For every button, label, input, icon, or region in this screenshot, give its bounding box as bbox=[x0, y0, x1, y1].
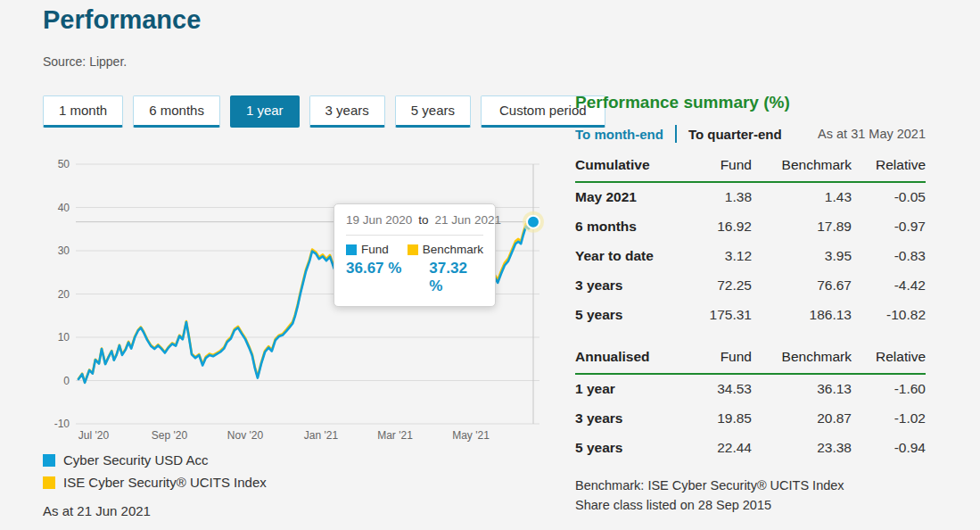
table-row: May 2021 1.38 1.43 -0.05 bbox=[575, 182, 926, 212]
cumulative-table: Cumulative Fund Benchmark Relative May 2… bbox=[575, 152, 926, 330]
fund-value: 16.92 bbox=[696, 212, 752, 242]
tooltip-values: 36.67 % 37.32 % bbox=[346, 260, 483, 295]
relative-value: -0.97 bbox=[852, 212, 926, 242]
period-tab-6-months[interactable]: 6 months bbox=[133, 95, 220, 128]
benchmark-value: 36.13 bbox=[752, 374, 852, 404]
fund-value: 175.31 bbox=[696, 301, 752, 330]
summary-as-at: As at 31 May 2021 bbox=[818, 127, 926, 141]
fund-legend-label: Cyber Security USD Acc bbox=[63, 452, 209, 468]
relative-value: -0.83 bbox=[852, 242, 926, 271]
to-quarter-end-tab[interactable]: To quarter-end bbox=[688, 127, 782, 142]
benchmark-legend-label: ISE Cyber Security® UCITS Index bbox=[63, 475, 267, 490]
legend-item-fund: Cyber Security USD Acc bbox=[43, 452, 267, 468]
chart-legend: Cyber Security USD Acc ISE Cyber Securit… bbox=[43, 452, 267, 497]
benchmark-value: 23.38 bbox=[752, 434, 852, 463]
column-relative: Relative bbox=[852, 152, 926, 182]
relative-value: -10.82 bbox=[852, 301, 926, 330]
fund-value: 19.85 bbox=[696, 404, 752, 434]
benchmark-legend-swatch-icon bbox=[43, 476, 55, 489]
source-note: Source: Lipper. bbox=[43, 54, 127, 69]
fund-value: 1.38 bbox=[696, 182, 752, 212]
relative-value: -1.02 bbox=[852, 404, 926, 434]
svg-text:-10: -10 bbox=[54, 418, 70, 430]
to-month-end-tab[interactable]: To month-end bbox=[575, 127, 663, 142]
annualised-header-row: Annualised Fund Benchmark Relative bbox=[575, 344, 926, 374]
svg-text:Jan '21: Jan '21 bbox=[304, 429, 339, 442]
svg-text:Nov '20: Nov '20 bbox=[227, 429, 264, 442]
annualised-table: Annualised Fund Benchmark Relative 1 yea… bbox=[575, 344, 926, 463]
tooltip-fund-label: Fund bbox=[361, 243, 389, 256]
table-row: Year to date 3.12 3.95 -0.83 bbox=[575, 242, 926, 271]
tooltip-fund-value: 36.67 % bbox=[346, 260, 429, 295]
tooltip-to-label: to bbox=[418, 213, 428, 227]
svg-text:Sep '20: Sep '20 bbox=[152, 429, 188, 442]
chart-as-at: As at 21 Jun 2021 bbox=[43, 503, 151, 518]
cumulative-heading: Cumulative bbox=[575, 152, 696, 182]
svg-text:0: 0 bbox=[63, 375, 70, 387]
fund-value: 72.25 bbox=[696, 271, 752, 301]
row-label: 6 months bbox=[575, 212, 696, 242]
benchmark-footnote: Benchmark: ISE Cyber Security® UCITS Ind… bbox=[575, 478, 926, 493]
column-benchmark: Benchmark bbox=[752, 344, 852, 374]
benchmark-value: 20.87 bbox=[752, 404, 852, 434]
benchmark-value: 17.89 bbox=[752, 212, 852, 242]
svg-text:40: 40 bbox=[58, 202, 70, 214]
column-fund: Fund bbox=[696, 344, 752, 374]
column-fund: Fund bbox=[696, 152, 752, 182]
row-label: 5 years bbox=[575, 434, 696, 463]
period-tab-5-years[interactable]: 5 years bbox=[395, 95, 471, 128]
tooltip-benchmark-value: 37.32 % bbox=[429, 260, 483, 295]
svg-text:May '21: May '21 bbox=[452, 429, 490, 442]
tooltip-date-to: 21 Jun 2021 bbox=[435, 213, 501, 227]
tooltip-series-labels: Fund Benchmark bbox=[346, 243, 483, 256]
benchmark-swatch-icon bbox=[408, 244, 418, 255]
svg-text:30: 30 bbox=[58, 244, 70, 257]
table-row: 5 years 22.44 23.38 -0.94 bbox=[575, 434, 926, 463]
svg-text:10: 10 bbox=[58, 331, 70, 344]
tooltip-date-range: 19 Jun 2020to21 Jun 2021 bbox=[346, 213, 483, 227]
svg-text:Jul '20: Jul '20 bbox=[78, 429, 110, 442]
benchmark-value: 186.13 bbox=[752, 301, 852, 330]
relative-value: -1.60 bbox=[852, 374, 926, 404]
tooltip-benchmark-label: Benchmark bbox=[423, 243, 483, 256]
toggle-divider bbox=[675, 125, 677, 143]
annualised-heading: Annualised bbox=[575, 344, 696, 374]
fund-value: 34.53 bbox=[696, 374, 752, 404]
period-tab-1-month[interactable]: 1 month bbox=[43, 95, 123, 128]
benchmark-value: 3.95 bbox=[752, 242, 852, 271]
table-row: 6 months 16.92 17.89 -0.97 bbox=[575, 212, 926, 242]
fund-value: 22.44 bbox=[696, 434, 752, 463]
row-label: 3 years bbox=[575, 404, 696, 434]
row-label: Year to date bbox=[575, 242, 696, 271]
tooltip-fund-item: Fund bbox=[346, 243, 408, 256]
period-tab-1-year[interactable]: 1 year bbox=[230, 95, 300, 128]
row-label: 3 years bbox=[575, 271, 696, 301]
row-label: 5 years bbox=[575, 301, 696, 330]
performance-summary-panel: Performance summary (%) To month-end To … bbox=[575, 93, 926, 512]
fund-legend-swatch-icon bbox=[43, 454, 55, 467]
fund-value: 3.12 bbox=[696, 242, 752, 271]
share-class-footnote: Share class listed on 28 Sep 2015 bbox=[575, 498, 926, 512]
relative-value: -0.94 bbox=[852, 434, 926, 463]
page-title: Performance bbox=[43, 5, 201, 35]
fund-swatch-icon bbox=[346, 244, 357, 255]
benchmark-value: 76.67 bbox=[752, 271, 852, 301]
table-row: 3 years 19.85 20.87 -1.02 bbox=[575, 404, 926, 434]
column-relative: Relative bbox=[852, 344, 926, 374]
benchmark-value: 1.43 bbox=[752, 182, 852, 212]
cumulative-header-row: Cumulative Fund Benchmark Relative bbox=[575, 152, 926, 182]
summary-toggle: To month-end To quarter-end As at 31 May… bbox=[575, 125, 926, 143]
svg-text:Mar '21: Mar '21 bbox=[377, 429, 413, 442]
relative-value: -0.05 bbox=[852, 182, 926, 212]
row-label: 1 year bbox=[575, 374, 696, 404]
relative-value: -4.42 bbox=[852, 271, 926, 301]
period-tab-3-years[interactable]: 3 years bbox=[309, 95, 385, 128]
table-row: 3 years 72.25 76.67 -4.42 bbox=[575, 271, 926, 301]
tooltip-divider bbox=[346, 235, 483, 236]
performance-page: Performance Source: Lipper. 1 month 6 mo… bbox=[0, 0, 980, 530]
legend-item-benchmark: ISE Cyber Security® UCITS Index bbox=[43, 475, 267, 490]
table-row: 1 year 34.53 36.13 -1.60 bbox=[575, 374, 926, 404]
tooltip-benchmark-item: Benchmark bbox=[408, 243, 483, 256]
column-benchmark: Benchmark bbox=[752, 152, 852, 182]
svg-text:50: 50 bbox=[58, 158, 70, 170]
